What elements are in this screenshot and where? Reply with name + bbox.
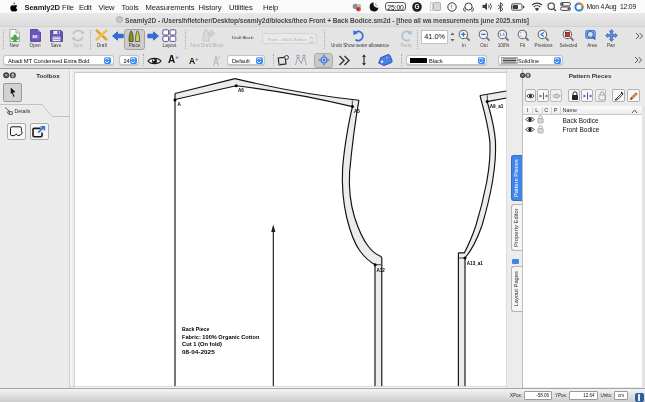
svg-text:A5: A5 — [354, 109, 360, 114]
svg-text:A6: A6 — [238, 88, 244, 93]
svg-text:Fabric: 100% Organic Cotton: Fabric: 100% Organic Cotton — [182, 334, 260, 340]
svg-text:Cut 1 (On fold): Cut 1 (On fold) — [182, 341, 222, 347]
svg-text:SM: SM — [33, 35, 38, 39]
svg-text:L: L — [376, 3, 378, 7]
svg-text:A13_a1: A13_a1 — [467, 261, 484, 266]
svg-text:08-04-2025: 08-04-2025 — [182, 349, 215, 355]
svg-text:Back Piece: Back Piece — [182, 326, 210, 332]
svg-text:A12: A12 — [377, 268, 386, 273]
svg-text:G: G — [415, 3, 420, 10]
svg-text:1:1: 1:1 — [499, 32, 506, 37]
svg-text:A9_a1: A9_a1 — [490, 104, 504, 109]
svg-text:!: ! — [451, 4, 453, 10]
